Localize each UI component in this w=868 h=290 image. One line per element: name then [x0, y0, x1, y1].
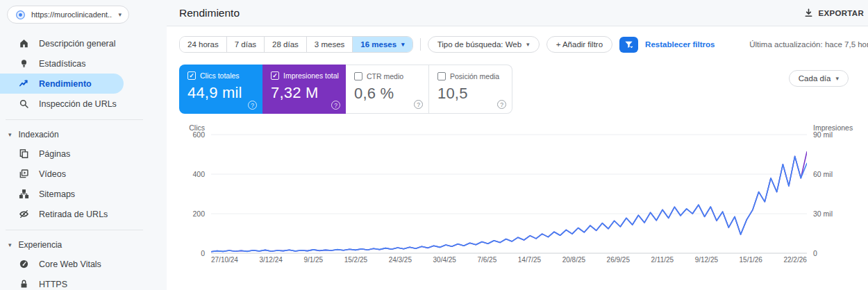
x-axis-date-label: 3/12/24	[259, 256, 282, 264]
sidebar-item-https[interactable]: HTTPS	[0, 274, 167, 290]
sidebar-item-label: HTTPS	[39, 280, 67, 289]
video-icon	[18, 169, 29, 180]
chevron-down-icon: ▾	[8, 132, 12, 138]
help-icon[interactable]: ?	[331, 101, 340, 110]
sidebar: https://muroclinicadent... ▾ Descripción…	[0, 0, 167, 290]
sidebar-section-title: Indexación	[19, 130, 59, 139]
right-axis: Impresiones 90 mil60 mil30 mil0	[807, 125, 861, 267]
unchecked-checkbox-icon[interactable]	[437, 72, 446, 80]
search-type-label: Tipo de búsqueda: Web	[437, 40, 521, 49]
chevron-down-icon: ▾	[835, 76, 839, 82]
x-axis-date-label: 9/1/25	[303, 256, 323, 264]
sidebar-item-insights[interactable]: Estadísticas	[0, 53, 167, 74]
chevron-down-icon: ▾	[8, 242, 12, 248]
range-16m-label: 16 meses	[360, 40, 397, 49]
x-axis-date-label: 26/9/25	[607, 256, 630, 264]
add-filter-label: + Añadir filtro	[556, 40, 603, 49]
sidebar-section-title: Experiencia	[19, 240, 62, 250]
sidebar-item-performance[interactable]: Rendimiento	[0, 74, 124, 94]
card-value: 0,6 %	[354, 85, 422, 103]
performance-report: 24 horas 7 días 28 días 3 meses 16 meses…	[167, 26, 868, 290]
home-icon	[18, 38, 29, 49]
sidebar-item-pages[interactable]: Páginas	[0, 144, 167, 164]
x-axis-date-label: 27/10/24	[211, 256, 238, 264]
x-axis-date-label: 14/7/25	[518, 256, 541, 264]
range-7d-button[interactable]: 7 días	[227, 37, 265, 52]
speedometer-icon	[18, 259, 29, 270]
sidebar-item-label: Sitemaps	[39, 189, 75, 199]
divider	[420, 38, 421, 51]
card-value: 10,5	[437, 85, 505, 103]
sidebar-item-removals[interactable]: Retirada de URLs	[0, 204, 167, 224]
card-header: ✓ Impresiones total...	[271, 71, 339, 80]
sidebar-item-url-inspection[interactable]: Inspección de URLs	[0, 94, 167, 114]
clicks-metric-card[interactable]: ✓ Clics totales 44,9 mil ?	[179, 65, 262, 114]
axis-tick-label: 0	[813, 249, 817, 257]
card-header: Posición media	[437, 72, 505, 80]
card-label: Clics totales	[200, 71, 240, 80]
chevron-down-icon: ▾	[118, 12, 122, 18]
sidebar-item-core-web-vitals[interactable]: Core Web Vitals	[0, 254, 167, 274]
lock-icon	[18, 279, 29, 290]
main-panel: Rendimiento EXPORTAR 24 horas 7 días 28 …	[167, 0, 868, 290]
card-label: CTR medio	[367, 72, 403, 80]
range-3m-button[interactable]: 3 meses	[307, 37, 353, 52]
range-16m-button[interactable]: 16 meses ▾	[353, 37, 412, 52]
filter-bar: 24 horas 7 días 28 días 3 meses 16 meses…	[179, 35, 868, 54]
x-axis-date-label: 20/8/25	[562, 256, 585, 264]
sidebar-item-overview[interactable]: Descripción general	[0, 33, 167, 53]
axis-tick-label: 200	[192, 210, 205, 218]
series-line-impresiones-totales	[211, 152, 807, 252]
sidebar-item-sitemaps[interactable]: Sitemaps	[0, 184, 167, 204]
card-label: Impresiones total...	[283, 71, 339, 80]
sidebar-item-label: Retirada de URLs	[39, 210, 108, 219]
checked-checkbox-icon[interactable]: ✓	[187, 71, 196, 80]
card-value: 44,9 mil	[187, 84, 256, 102]
help-icon[interactable]: ?	[248, 101, 257, 110]
add-filter-button[interactable]: + Añadir filtro	[546, 36, 612, 53]
help-icon[interactable]: ?	[414, 100, 423, 109]
ctr-metric-card[interactable]: CTR medio 0,6 % ?	[346, 65, 429, 114]
x-axis-date-label: 22/2/26	[783, 256, 806, 264]
performance-chart: Clics 6004002000 27/10/243/12/249/1/2515…	[179, 125, 868, 267]
sidebar-item-label: Rendimiento	[39, 79, 92, 89]
position-metric-card[interactable]: Posición media 10,5 ?	[429, 65, 512, 114]
page-title: Rendimiento	[179, 7, 240, 19]
sidebar-section-indexing[interactable]: ▾ Indexación	[0, 126, 167, 144]
axis-tick-label: 60 mil	[813, 170, 833, 178]
range-24h-button[interactable]: 24 horas	[180, 37, 227, 52]
sidebar-item-label: Inspección de URLs	[39, 99, 117, 109]
chevron-down-icon: ▾	[526, 42, 530, 48]
download-icon	[803, 8, 815, 19]
filter-toggle-button[interactable]	[619, 37, 638, 53]
sitemap-icon	[18, 189, 29, 200]
search-type-dropdown[interactable]: Tipo de búsqueda: Web ▾	[428, 36, 540, 53]
x-axis-date-label: 2/11/25	[651, 256, 674, 264]
range-28d-button[interactable]: 28 días	[265, 37, 307, 52]
x-axis-date-label: 30/4/25	[433, 256, 456, 264]
sidebar-divider	[6, 230, 143, 230]
chart-canvas	[211, 125, 807, 264]
checked-checkbox-icon[interactable]: ✓	[271, 71, 279, 80]
x-axis-date-label: 9/12/25	[695, 256, 718, 264]
sidebar-item-videos[interactable]: Vídeos	[0, 164, 167, 184]
export-button[interactable]: EXPORTAR	[802, 5, 865, 22]
pages-icon	[18, 148, 29, 160]
sidebar-item-label: Páginas	[39, 149, 70, 159]
property-selector[interactable]: https://muroclinicadent... ▾	[7, 6, 129, 24]
chevron-down-icon: ▾	[401, 42, 405, 48]
unchecked-checkbox-icon[interactable]	[354, 72, 362, 80]
lightbulb-icon	[18, 58, 29, 69]
axis-tick-label: 0	[201, 249, 205, 257]
granularity-dropdown[interactable]: Cada día ▾	[789, 70, 849, 87]
granularity-label: Cada día	[799, 74, 831, 83]
axis-tick-label: 30 mil	[813, 210, 833, 218]
reset-filters-link[interactable]: Restablecer filtros	[645, 40, 715, 49]
sidebar-item-label: Vídeos	[39, 169, 66, 179]
axis-tick-label: 400	[192, 170, 205, 178]
impressions-metric-card[interactable]: ✓ Impresiones total... 7,32 M ?	[262, 65, 346, 114]
sidebar-section-experience[interactable]: ▾ Experiencia	[0, 236, 167, 254]
help-icon[interactable]: ?	[497, 100, 506, 109]
removals-icon	[18, 209, 29, 220]
chart-plot-area[interactable]: 27/10/243/12/249/1/2515/2/2524/3/2530/4/…	[211, 125, 807, 267]
